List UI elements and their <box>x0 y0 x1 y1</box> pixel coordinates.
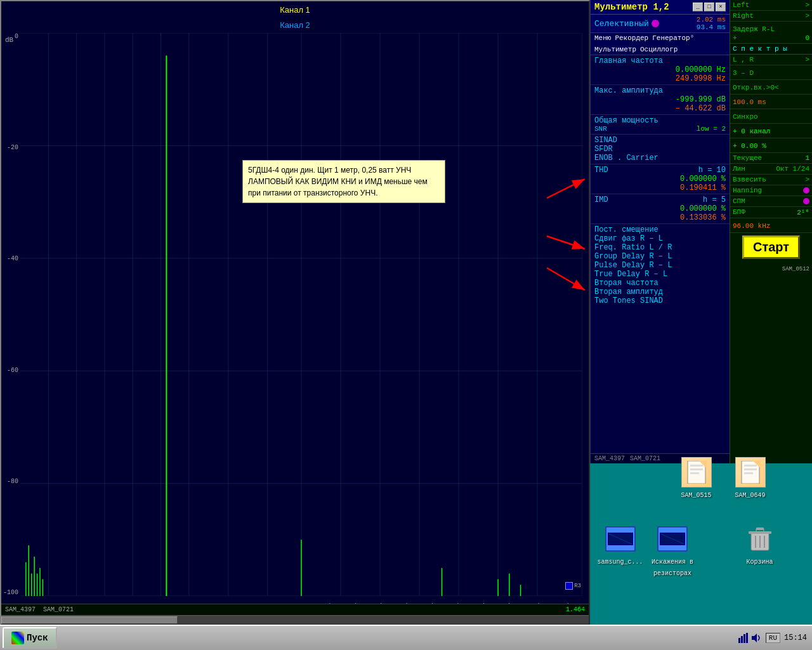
sync-percent-row: + 0.00 % <box>730 138 812 153</box>
main-freq-section: Главная частота 0.000000 Hz 249.9998 Hz <box>591 55 730 85</box>
otkr-row: Откр.вх.>0< <box>730 80 812 95</box>
menu-item-oscillograph[interactable]: Осциллогр <box>640 46 678 53</box>
spm-dot <box>803 198 809 204</box>
svg-rect-41 <box>690 468 703 470</box>
channel2-label: Канал 2 <box>280 20 310 30</box>
left-arrow[interactable]: > <box>805 1 809 9</box>
scrollbar-thumb[interactable] <box>1 616 178 624</box>
main-freq-label: Главная частота <box>594 56 726 65</box>
hanning-dot <box>803 187 809 194</box>
sam0515-icon <box>681 457 712 488</box>
delay-value-row: + 0 <box>733 34 809 42</box>
thd-section: THD h = 10 0.000000 % 0.190411 % <box>591 164 730 194</box>
main-app-window: Канал 1 Канал 2 dB 0 -20 -40 -60 -80 -10… <box>0 0 590 625</box>
delay-label: Задерж R-L <box>733 25 775 33</box>
thd-row: THD h = 10 <box>594 166 726 175</box>
oct-label: Окт 1/24 <box>776 165 809 173</box>
menu-item-generator[interactable]: Генератор° <box>652 34 694 42</box>
start-button[interactable]: Старт <box>742 235 800 259</box>
sync-label: Синхро <box>733 113 758 121</box>
weight-label: Взвесить <box>733 176 805 183</box>
right-arrow[interactable]: > <box>805 12 809 20</box>
current-row: Текущее 1 <box>730 153 812 164</box>
true-delay-label: True Delay R – L <box>594 270 726 279</box>
tooltip-text: 5ГДШ4-4 один дин. Щит 1 метр, 0,25 ватт … <box>248 166 428 197</box>
spm-row: СПМ <box>730 196 812 207</box>
right-ctrl-row[interactable]: Right > <box>730 11 812 22</box>
enob-label: ENOB . Carrier <box>594 154 726 162</box>
bpf-row: БПФ 2¹⁶ <box>730 207 812 218</box>
start-button-label: Пуск <box>27 633 48 643</box>
lr-row: L , R > <box>730 55 812 65</box>
y-axis-labels: 0 -20 -40 -60 -80 -100 <box>1 33 20 596</box>
spm-label: СПМ <box>733 197 803 205</box>
freq-mhz: 96.00 kHz <box>733 222 770 230</box>
spectrum-legend: R3 <box>565 582 581 590</box>
weight-arrow[interactable]: > <box>805 176 809 183</box>
menu-item-multimeter[interactable]: Мультиметр <box>594 46 636 53</box>
status-sam4397: SAM_4397 <box>594 455 625 462</box>
chart-scrollbar[interactable] <box>1 615 589 624</box>
desktop-icon-korzina[interactable]: Корзина <box>736 524 783 567</box>
legend-box-r3 <box>565 582 573 590</box>
bpf-value: 2¹⁶ <box>797 208 809 216</box>
lin-label: Лин <box>733 165 745 173</box>
lin-oct-row: Лин Окт 1/24 <box>730 164 812 175</box>
metrics-panel: Мультиметр 1,2 _ □ × Селективный 2.02 ms… <box>590 0 730 463</box>
right-ctrl-panel: Left > Right > Задерж R-L + 0 С п е к т … <box>730 0 812 463</box>
imd-label: IMD <box>594 196 608 204</box>
chart-svg <box>20 33 582 596</box>
imd-value2: 0.133036 % <box>594 213 726 222</box>
second-amp-label: Вторая амплитуд <box>594 288 726 296</box>
sync-row: Синхро <box>730 109 812 124</box>
freq-value2: 249.9998 Hz <box>594 74 726 83</box>
menu-item-recorder[interactable]: Рекордер <box>615 34 648 42</box>
chart-area: Канал 1 Канал 2 dB 0 -20 -40 -60 -80 -10… <box>1 1 589 615</box>
svg-rect-46 <box>744 468 757 470</box>
time2-value: 93.4 ms <box>697 23 726 31</box>
hanning-row: Hanning <box>730 185 812 196</box>
left-label: Left <box>733 1 805 9</box>
samsung-label: samsung_c... <box>597 559 643 566</box>
network-icon <box>738 633 749 643</box>
desktop-icon-sam0515[interactable]: SAM_0515 <box>672 457 720 500</box>
panel-header: Мультиметр 1,2 _ □ × <box>591 0 730 15</box>
selective-times: 2.02 ms 93.4 ms <box>697 16 726 31</box>
thd-label: THD <box>594 166 608 175</box>
svg-rect-45 <box>744 465 757 467</box>
amp-value1: -999.999 dB <box>594 95 726 104</box>
start-button-taskbar[interactable]: Пуск <box>3 627 57 649</box>
multimeter-title: Мультиметр 1,2 <box>594 2 669 12</box>
maximize-button[interactable]: □ <box>704 3 714 11</box>
desktop-icon-iskaj[interactable]: Искажения в резисторах <box>647 524 698 578</box>
freq-mhz-row: 96.00 kHz <box>730 218 812 233</box>
menu-item-menu[interactable]: Меню <box>594 34 611 42</box>
spectra-title: С п е к т р ы <box>730 44 812 55</box>
3d-label: 3 – D <box>733 69 754 77</box>
desktop-icon-samsung[interactable]: samsung_c... <box>596 524 644 567</box>
korzina-icon <box>745 524 775 554</box>
taskbar-time: 15:14 <box>784 633 807 642</box>
tray-icons <box>738 633 762 643</box>
other-metrics-section: Пост. смещение Сдвиг фаз R – L Freq. Rat… <box>591 224 730 307</box>
iskaj-icon <box>657 524 688 554</box>
status-right: 1.464 <box>566 606 585 613</box>
thd-value1: 0.000000 % <box>594 175 726 183</box>
svg-rect-63 <box>756 527 764 530</box>
sync-percent: + 0.00 % <box>733 142 766 150</box>
taskbar: Пуск RU 15:14 <box>0 625 812 650</box>
phase-shift-label: Сдвиг фаз R – L <box>594 234 726 243</box>
window-controls: _ □ × <box>693 3 726 11</box>
selective-row: Селективный 2.02 ms 93.4 ms <box>591 15 730 33</box>
sam-label-row: SAM_0512 <box>730 262 812 274</box>
status-left: SAM_4397 <box>5 606 36 613</box>
current-label: Текущее <box>733 154 762 162</box>
close-button[interactable]: × <box>716 3 726 11</box>
svg-rect-47 <box>744 472 753 474</box>
lang-indicator[interactable]: RU <box>766 633 780 643</box>
desktop-icon-sam0649[interactable]: SAM_0649 <box>726 457 774 500</box>
svg-rect-42 <box>690 472 699 474</box>
lr-arrow[interactable]: > <box>805 56 809 63</box>
iskaj-label: Искажения в резисторах <box>652 559 693 577</box>
minimize-button[interactable]: _ <box>693 3 703 11</box>
